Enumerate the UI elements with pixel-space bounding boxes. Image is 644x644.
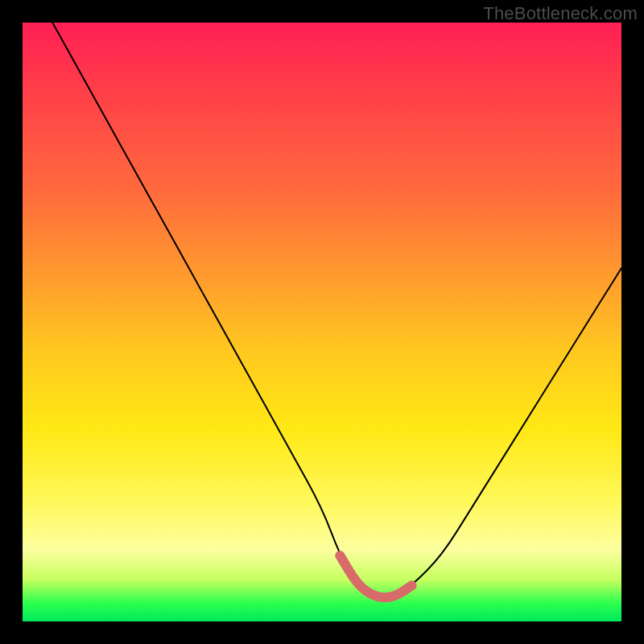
chart-frame: TheBottleneck.com	[0, 0, 644, 644]
watermark-text: TheBottleneck.com	[483, 3, 638, 24]
curve-path	[52, 23, 621, 597]
plot-area	[23, 23, 621, 621]
valley-highlight-path	[340, 555, 411, 597]
chart-svg	[23, 23, 621, 621]
